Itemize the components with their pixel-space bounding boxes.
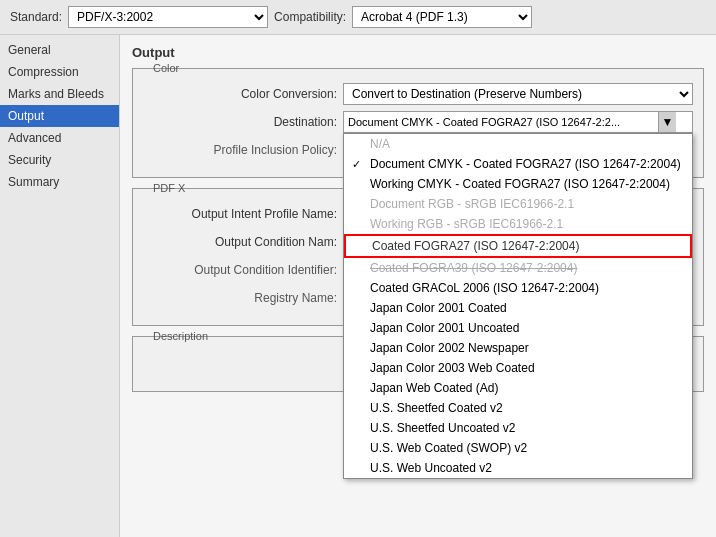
output-intent-label: Output Intent Profile Name:	[143, 207, 343, 221]
destination-label: Destination:	[143, 115, 343, 129]
color-conversion-row: Color Conversion: Convert to Destination…	[143, 83, 693, 105]
dropdown-item-working-cmyk[interactable]: Working CMYK - Coated FOGRA27 (ISO 12647…	[344, 174, 692, 194]
output-condition-ident-label: Output Condition Identifier:	[143, 263, 343, 277]
sidebar-item-advanced[interactable]: Advanced	[0, 127, 119, 149]
sidebar-item-compression[interactable]: Compression	[0, 61, 119, 83]
main-container: Standard: PDF/X-3:2002 Compatibility: Ac…	[0, 0, 716, 537]
profile-inclusion-label: Profile Inclusion Policy:	[143, 143, 343, 157]
panel-title: Output	[132, 45, 704, 60]
top-bar: Standard: PDF/X-3:2002 Compatibility: Ac…	[0, 0, 716, 35]
sidebar-item-summary[interactable]: Summary	[0, 171, 119, 193]
registry-label: Registry Name:	[143, 291, 343, 305]
content-area: General Compression Marks and Bleeds Out…	[0, 35, 716, 537]
dropdown-item-japan-2001-coated[interactable]: Japan Color 2001 Coated	[344, 298, 692, 318]
standard-label: Standard:	[10, 10, 62, 24]
destination-btn-text: Document CMYK - Coated FOGRA27 (ISO 1264…	[348, 116, 658, 128]
dropdown-item-coated-fogra39: Coated FOGRA39 (ISO 12647-2:2004)	[344, 258, 692, 278]
dropdown-item-japan-2003-web[interactable]: Japan Color 2003 Web Coated	[344, 358, 692, 378]
standard-select[interactable]: PDF/X-3:2002	[68, 6, 268, 28]
dropdown-item-us-web-uncoated[interactable]: U.S. Web Uncoated v2	[344, 458, 692, 478]
color-legend: Color	[149, 62, 183, 74]
description-legend: Description	[149, 330, 212, 342]
dropdown-item-na[interactable]: N/A	[344, 134, 692, 154]
destination-dropdown-list: N/A Document CMYK - Coated FOGRA27 (ISO …	[343, 133, 693, 479]
destination-row: Destination: Document CMYK - Coated FOGR…	[143, 111, 693, 133]
dropdown-item-japan-web-ad[interactable]: Japan Web Coated (Ad)	[344, 378, 692, 398]
color-section: Color Color Conversion: Convert to Desti…	[132, 68, 704, 178]
output-condition-label: Output Condition Nam:	[143, 235, 343, 249]
dropdown-item-doc-cmyk[interactable]: Document CMYK - Coated FOGRA27 (ISO 1264…	[344, 154, 692, 174]
color-conversion-label: Color Conversion:	[143, 87, 343, 101]
dropdown-item-japan-2001-uncoated[interactable]: Japan Color 2001 Uncoated	[344, 318, 692, 338]
dropdown-item-coated-fogra27[interactable]: Coated FOGRA27 (ISO 12647-2:2004)	[344, 234, 692, 258]
destination-dropdown-btn[interactable]: Document CMYK - Coated FOGRA27 (ISO 1264…	[343, 111, 693, 133]
sidebar: General Compression Marks and Bleeds Out…	[0, 35, 120, 537]
dropdown-item-japan-2002-newspaper[interactable]: Japan Color 2002 Newspaper	[344, 338, 692, 358]
sidebar-item-security[interactable]: Security	[0, 149, 119, 171]
sidebar-item-output[interactable]: Output	[0, 105, 119, 127]
pdfx-legend: PDF X	[149, 182, 189, 194]
main-panel: Output Color Color Conversion: Convert t…	[120, 35, 716, 537]
destination-dropdown-arrow: ▼	[658, 112, 676, 132]
dropdown-item-gracol[interactable]: Coated GRACoL 2006 (ISO 12647-2:2004)	[344, 278, 692, 298]
sidebar-item-general[interactable]: General	[0, 39, 119, 61]
dropdown-item-doc-rgb: Document RGB - sRGB IEC61966-2.1	[344, 194, 692, 214]
dropdown-item-us-sheetfed-coated[interactable]: U.S. Sheetfed Coated v2	[344, 398, 692, 418]
compatibility-select[interactable]: Acrobat 4 (PDF 1.3)	[352, 6, 532, 28]
dropdown-item-us-sheetfed-uncoated[interactable]: U.S. Sheetfed Uncoated v2	[344, 418, 692, 438]
destination-dropdown-wrapper: Document CMYK - Coated FOGRA27 (ISO 1264…	[343, 111, 693, 133]
sidebar-item-marks-bleeds[interactable]: Marks and Bleeds	[0, 83, 119, 105]
color-conversion-select[interactable]: Convert to Destination (Preserve Numbers…	[343, 83, 693, 105]
compatibility-label: Compatibility:	[274, 10, 346, 24]
dropdown-item-us-web-coated[interactable]: U.S. Web Coated (SWOP) v2	[344, 438, 692, 458]
dropdown-item-working-rgb: Working RGB - sRGB IEC61966-2.1	[344, 214, 692, 234]
